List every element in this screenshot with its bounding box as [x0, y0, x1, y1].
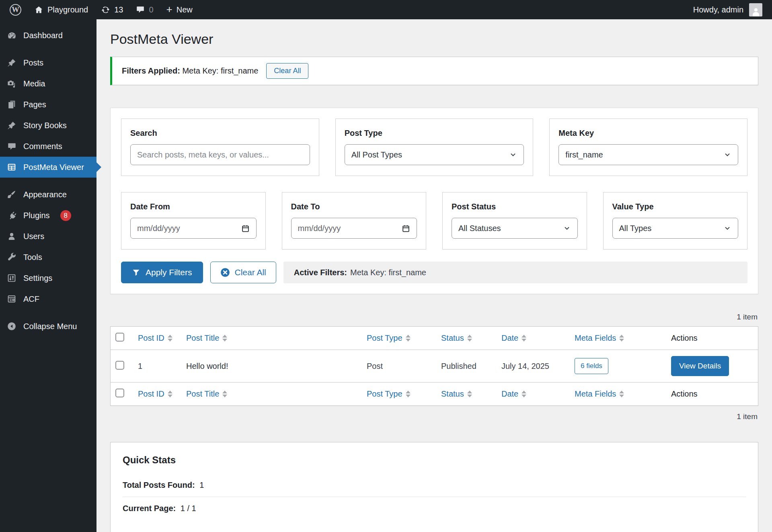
chevron-down-icon: [723, 224, 731, 232]
total-posts-label: Total Posts Found:: [123, 481, 195, 489]
pushpin-icon: [6, 57, 17, 68]
search-label: Search: [130, 129, 310, 138]
apply-filters-button[interactable]: Apply Filters: [121, 262, 203, 283]
sort-post-type[interactable]: Post Type: [367, 334, 411, 343]
date-to-input[interactable]: mm/dd/yyyy: [291, 218, 417, 239]
calendar-icon[interactable]: [402, 224, 410, 233]
date-to-placeholder: mm/dd/yyyy: [298, 224, 341, 233]
active-filters-label: Active Filters:: [294, 268, 347, 277]
sort-arrows-icon: [168, 335, 172, 342]
select-all-checkbox[interactable]: [115, 333, 124, 342]
sort-date-footer[interactable]: Date: [501, 389, 526, 399]
sidebar-item-settings[interactable]: Settings: [0, 268, 96, 289]
sort-meta-fields[interactable]: Meta Fields: [575, 334, 624, 343]
sidebar-item-plugins[interactable]: Plugins 8: [0, 205, 96, 226]
admin-bar: W Playground 13 0 + New Howdy, admin: [0, 0, 772, 19]
date-from-filter-group: Date From mm/dd/yyyy: [121, 192, 266, 250]
column-label: Meta Fields: [575, 334, 616, 343]
comment-bubble-icon: [136, 5, 145, 14]
sort-status-footer[interactable]: Status: [441, 389, 472, 399]
sort-post-title-footer[interactable]: Post Title: [186, 389, 227, 399]
sidebar-item-pages[interactable]: Pages: [0, 94, 96, 115]
table-grid-icon: [6, 162, 17, 172]
home-icon: [34, 5, 43, 14]
meta-key-selected-value: first_name: [565, 150, 603, 160]
sidebar-item-comments[interactable]: Comments: [0, 136, 96, 157]
sidebar-item-label: ACF: [23, 295, 39, 304]
sidebar-item-story-books[interactable]: Story Books: [0, 115, 96, 136]
sidebar-item-label: Pages: [23, 100, 46, 109]
cell-post-type: Post: [362, 350, 436, 383]
site-name-menu[interactable]: Playground: [34, 5, 88, 14]
comments-menu[interactable]: 0: [136, 5, 153, 14]
updates-icon: [101, 5, 110, 14]
sort-post-title[interactable]: Post Title: [186, 334, 227, 343]
page-title: PostMeta Viewer: [110, 31, 758, 47]
items-count-top: 1 item: [111, 313, 758, 321]
sort-meta-fields-footer[interactable]: Meta Fields: [575, 389, 624, 399]
sort-arrows-icon: [168, 391, 172, 397]
sidebar-item-label: PostMeta Viewer: [23, 163, 84, 172]
date-from-input[interactable]: mm/dd/yyyy: [130, 218, 257, 239]
post-status-select[interactable]: All Statuses: [452, 218, 578, 239]
row-checkbox[interactable]: [115, 361, 124, 370]
apply-filters-label: Apply Filters: [146, 268, 192, 277]
column-label: Post Type: [367, 334, 402, 343]
meta-fields-badge[interactable]: 6 fields: [575, 358, 608, 374]
sidebar-item-dashboard[interactable]: Dashboard: [0, 25, 96, 46]
new-content-menu[interactable]: + New: [166, 5, 193, 14]
sidebar-item-label: Tools: [23, 253, 42, 262]
table-footer-row: Post ID Post Title Post Type Status Date…: [111, 383, 758, 406]
sidebar-item-label: Users: [23, 232, 44, 241]
date-from-label: Date From: [130, 202, 257, 211]
meta-key-filter-group: Meta Key first_name: [549, 119, 747, 176]
acf-layout-icon: [6, 294, 17, 304]
collapse-arrow-icon: [6, 321, 17, 331]
clear-all-button[interactable]: Clear All: [210, 262, 276, 283]
quick-stats-title: Quick Stats: [123, 454, 746, 466]
column-label: Status: [441, 389, 464, 399]
column-label: Date: [501, 389, 518, 399]
calendar-icon[interactable]: [241, 224, 250, 233]
table-row: 1 Hello world! Post Published July 14, 2…: [111, 350, 758, 383]
sidebar-item-tools[interactable]: Tools: [0, 247, 96, 268]
notice-clear-all-button[interactable]: Clear All: [266, 63, 308, 79]
sidebar-item-users[interactable]: Users: [0, 226, 96, 247]
meta-key-label: Meta Key: [558, 129, 738, 138]
sort-arrows-icon: [222, 335, 227, 342]
meta-key-select[interactable]: first_name: [558, 144, 738, 165]
current-page-stat: Current Page: 1 / 1: [123, 497, 746, 520]
date-to-label: Date To: [291, 202, 417, 211]
sidebar-item-collapse-menu[interactable]: Collapse Menu: [0, 316, 96, 337]
wordpress-logo-icon[interactable]: W: [10, 4, 21, 16]
sidebar-item-label: Media: [23, 79, 45, 88]
sidebar-item-acf[interactable]: ACF: [0, 289, 96, 309]
sidebar-item-media[interactable]: Media: [0, 73, 96, 94]
sort-post-id[interactable]: Post ID: [138, 334, 172, 343]
sort-status[interactable]: Status: [441, 334, 472, 343]
search-input[interactable]: [130, 144, 310, 165]
sort-date[interactable]: Date: [501, 334, 526, 343]
updates-menu[interactable]: 13: [101, 5, 123, 14]
sort-post-type-footer[interactable]: Post Type: [367, 389, 411, 399]
notice-value: Meta Key: first_name: [182, 66, 258, 75]
sidebar-item-appearance[interactable]: Appearance: [0, 184, 96, 205]
column-actions-label: Actions: [671, 389, 698, 398]
select-all-checkbox-footer[interactable]: [115, 389, 124, 397]
account-menu[interactable]: Howdy, admin: [693, 3, 762, 16]
sidebar-item-posts[interactable]: Posts: [0, 52, 96, 73]
quick-stats-panel: Quick Stats Total Posts Found: 1 Current…: [110, 442, 758, 532]
sort-post-id-footer[interactable]: Post ID: [138, 389, 172, 399]
post-type-select[interactable]: All Post Types: [345, 144, 524, 165]
pages-icon: [6, 99, 17, 110]
comment-bubble-icon: [6, 141, 17, 151]
sidebar-item-postmeta-viewer[interactable]: PostMeta Viewer: [0, 157, 96, 178]
menu-separator: [0, 46, 96, 52]
value-type-select[interactable]: All Types: [612, 218, 739, 239]
settings-sliders-icon: [6, 273, 17, 283]
sort-arrows-icon: [406, 391, 411, 397]
value-type-selected-value: All Types: [619, 224, 652, 233]
sidebar-item-label: Comments: [23, 142, 62, 151]
view-details-button[interactable]: View Details: [671, 356, 729, 376]
post-type-label: Post Type: [345, 129, 524, 138]
